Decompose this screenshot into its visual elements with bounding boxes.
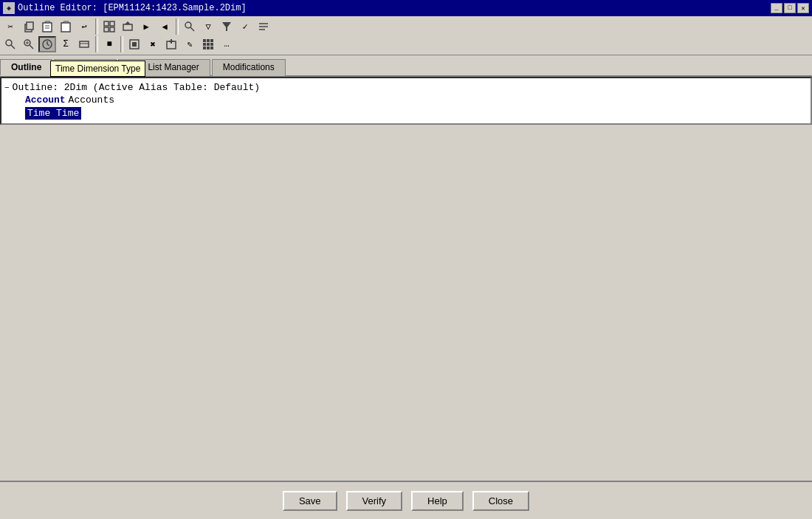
maximize-button[interactable]: □ <box>784 3 796 13</box>
svg-point-20 <box>6 40 12 46</box>
save-button[interactable]: Save <box>283 491 337 511</box>
bottom-bar: Save Verify Help Close <box>0 481 812 519</box>
svg-line-15 <box>190 27 194 31</box>
tab-modifications[interactable]: Modifications <box>212 59 286 76</box>
delete-dim-button[interactable]: ✖ <box>144 36 162 52</box>
title-bar: ◈ Outline Editor: [EPM11124:1423.Sample.… <box>0 0 812 16</box>
toolbar-row-2: Σ ■ ✖ ✎ … Time Dimension Type <box>1 35 811 53</box>
props-button[interactable] <box>199 36 217 52</box>
window-title: Outline Editor: [EPM11124:1423.Sample.2D… <box>18 3 247 13</box>
verify-toolbar-button[interactable]: ✓ <box>236 18 254 35</box>
minimize-button[interactable]: _ <box>771 3 782 13</box>
svg-rect-9 <box>110 21 114 26</box>
time-selected-label: Time Time <box>25 107 81 120</box>
svg-line-28 <box>47 44 49 46</box>
paste-children-button[interactable] <box>38 18 56 35</box>
collapse-button[interactable]: ◀ <box>156 18 173 35</box>
toolbar-sep-3 <box>95 36 98 52</box>
svg-rect-7 <box>61 23 70 32</box>
expand-button[interactable]: ▶ <box>137 18 155 35</box>
cut-button[interactable]: ✂ <box>1 18 19 35</box>
time-type-label: Time <box>27 108 50 119</box>
time-name-label: Time <box>56 108 79 119</box>
find-button[interactable] <box>181 18 199 35</box>
tooltip: Time Dimension Type <box>50 61 145 77</box>
account-type-label: Account <box>25 94 66 106</box>
block-button[interactable]: ■ <box>100 36 118 52</box>
filter-button[interactable]: ▽ <box>199 18 217 35</box>
filter2-button[interactable] <box>218 18 235 35</box>
close-button[interactable]: ✕ <box>797 3 809 13</box>
svg-marker-13 <box>125 21 131 24</box>
main-content: − Outline: 2Dim (Active Alias Table: Def… <box>0 77 812 125</box>
svg-rect-1 <box>27 22 33 30</box>
svg-rect-12 <box>123 24 132 30</box>
time-dimension-button[interactable] <box>38 36 56 52</box>
grid-icon <box>203 39 213 49</box>
account-name-label: Accounts <box>69 94 114 106</box>
copy-button[interactable] <box>20 18 38 35</box>
svg-line-23 <box>30 45 33 49</box>
app-icon: ◈ <box>3 2 15 14</box>
toolbar-sep-4 <box>120 36 123 52</box>
toolbar-sep-2 <box>176 18 179 35</box>
toolbar: ✂ ↩ ▶ ◀ ▽ ✓ <box>0 16 812 55</box>
svg-rect-32 <box>132 42 137 47</box>
toolbar-row-1: ✂ ↩ ▶ ◀ ▽ ✓ <box>1 18 811 35</box>
zoom-button[interactable] <box>20 36 38 52</box>
undo-button[interactable]: ↩ <box>75 18 93 35</box>
window-controls: _ □ ✕ <box>771 3 809 13</box>
expand-all-button[interactable] <box>100 18 118 35</box>
svg-rect-8 <box>104 21 109 26</box>
svg-marker-16 <box>222 22 231 31</box>
rules-button[interactable] <box>255 18 272 35</box>
close-button[interactable]: Close <box>472 491 529 511</box>
tree-toggle-root[interactable]: − <box>4 83 10 92</box>
svg-rect-11 <box>110 27 114 32</box>
svg-line-21 <box>11 45 15 49</box>
tree-root: − Outline: 2Dim (Active Alias Table: Def… <box>4 81 808 94</box>
svg-rect-3 <box>43 23 52 32</box>
svg-rect-10 <box>104 27 109 32</box>
svg-point-14 <box>185 22 191 28</box>
verify-button[interactable]: Verify <box>346 491 403 511</box>
accounts-dimension-button[interactable]: Σ <box>57 36 75 52</box>
search-button[interactable] <box>1 36 19 52</box>
add-dim-button[interactable] <box>162 36 180 52</box>
tree-item-time[interactable]: Time Time <box>4 106 808 120</box>
svg-rect-29 <box>80 41 89 47</box>
tree-item-account[interactable]: Account Accounts <box>4 94 808 106</box>
edit-dim-button[interactable]: ✎ <box>181 36 199 52</box>
country-button[interactable] <box>75 36 93 52</box>
collapse-all-button[interactable] <box>119 18 137 35</box>
help-button[interactable]: Help <box>411 491 464 511</box>
paste-button[interactable] <box>57 18 75 35</box>
assign-button[interactable] <box>125 36 143 52</box>
tree-root-label: Outline: 2Dim (Active Alias Table: Defau… <box>13 82 260 93</box>
toolbar-sep-1 <box>95 18 98 35</box>
tab-outline[interactable]: Outline <box>0 59 52 76</box>
more-button[interactable]: … <box>218 36 235 52</box>
